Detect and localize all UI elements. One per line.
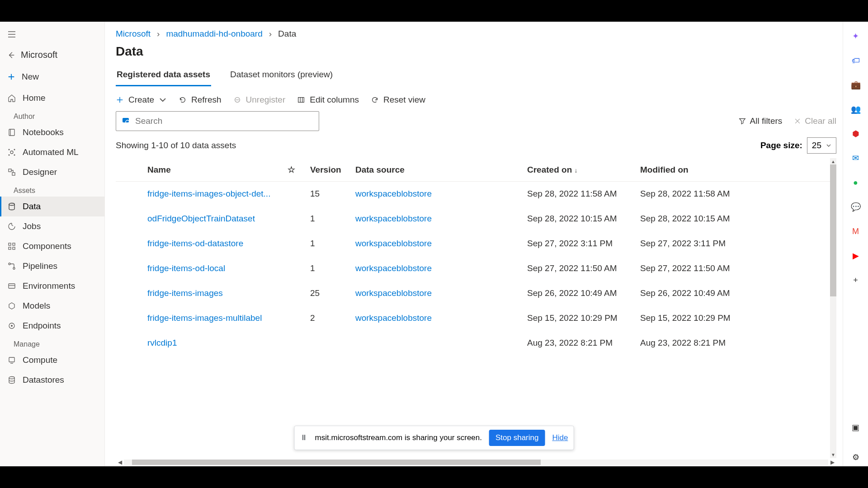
plus-icon (116, 96, 124, 104)
nav-automl[interactable]: Automated ML (0, 142, 104, 162)
datasource-link[interactable]: workspaceblobstore (355, 263, 432, 273)
version-cell (306, 331, 351, 356)
vertical-scrollbar[interactable]: ▲ ▼ (830, 158, 836, 458)
back-nav-button[interactable]: Microsoft (0, 44, 104, 66)
stop-sharing-button[interactable]: Stop sharing (489, 430, 545, 446)
data-icon (7, 202, 16, 211)
breadcrumb-root[interactable]: Microsoft (116, 29, 151, 39)
nav-models[interactable]: Models (0, 296, 104, 316)
horizontal-scroll-thumb[interactable] (132, 460, 541, 465)
nav-data[interactable]: Data (0, 197, 104, 216)
nav-pipelines[interactable]: Pipelines (0, 256, 104, 276)
table-row[interactable]: fridge-items-od-local 1 workspaceblobsto… (116, 256, 836, 281)
svg-point-14 (13, 267, 15, 269)
nav-datastores[interactable]: Datastores (0, 370, 104, 390)
nav-components[interactable]: Components (0, 236, 104, 256)
back-label: Microsoft (21, 50, 57, 60)
col-favorite[interactable]: ☆ (283, 158, 306, 182)
scroll-up-icon[interactable]: ▲ (831, 159, 835, 164)
nav-notebooks[interactable]: Notebooks (0, 122, 104, 142)
youtube-icon[interactable]: ▶ (850, 250, 861, 261)
outlook-icon[interactable]: ✉ (850, 153, 861, 164)
reset-view-button[interactable]: Reset view (371, 95, 425, 105)
sort-down-icon: ↓ (575, 166, 578, 174)
create-button[interactable]: Create (116, 95, 167, 105)
created-cell: Sep 27, 2022 11:50 AM (523, 256, 636, 281)
asset-name-link[interactable]: fridge-items-od-datastore (147, 239, 243, 248)
datasource-link[interactable]: workspaceblobstore (355, 214, 432, 223)
asset-name-link[interactable]: rvlcdip1 (147, 338, 177, 347)
table-row[interactable]: fridge-items-images-multilabel 2 workspa… (116, 306, 836, 331)
nav-compute[interactable]: Compute (0, 350, 104, 370)
section-manage-label: Manage (0, 336, 104, 350)
nav-environments[interactable]: Environments (0, 276, 104, 296)
table-row[interactable]: rvlcdip1 Aug 23, 2022 8:21 PM Aug 23, 20… (116, 331, 836, 356)
asset-name-link[interactable]: fridge-items-od-local (147, 263, 225, 273)
col-created[interactable]: Created on ↓ (523, 158, 636, 182)
col-name[interactable]: Name (143, 158, 283, 182)
add-icon[interactable]: + (850, 275, 861, 286)
search-box[interactable] (116, 111, 319, 131)
endpoints-icon (7, 321, 16, 330)
nav-jobs[interactable]: Jobs (0, 216, 104, 236)
horizontal-scrollbar[interactable]: ◀ ▶ (116, 458, 836, 466)
unregister-button: Unregister (233, 95, 286, 105)
search-input[interactable] (135, 116, 313, 126)
hide-share-bar-button[interactable]: Hide (552, 433, 568, 442)
panel-icon[interactable]: ▣ (850, 422, 861, 433)
col-version[interactable]: Version (306, 158, 351, 182)
modified-cell: Sep 15, 2022 10:29 PM (636, 306, 836, 331)
hamburger-menu-button[interactable] (0, 26, 104, 44)
scroll-left-icon[interactable]: ◀ (116, 459, 124, 465)
office-icon[interactable]: ⬢ (850, 128, 861, 139)
page-size-select[interactable]: 25 (807, 137, 836, 154)
tab-monitors[interactable]: Dataset monitors (preview) (229, 66, 334, 86)
asset-name-link[interactable]: fridge-items-images (147, 288, 223, 298)
svg-rect-6 (9, 169, 11, 172)
table-row[interactable]: odFridgeObjectTrainDataset 1 workspacebl… (116, 206, 836, 231)
breadcrumb-current: Data (278, 29, 296, 39)
breadcrumb-workspace[interactable]: madhumaddi-hd-onboard (166, 29, 262, 39)
asset-name-link[interactable]: odFridgeObjectTrainDataset (147, 214, 255, 223)
table-row[interactable]: fridge-items-images-object-det... 15 wor… (116, 182, 836, 206)
spotify-icon[interactable]: ● (850, 177, 861, 188)
table-row[interactable]: fridge-items-od-datastore 1 workspaceblo… (116, 231, 836, 256)
asset-name-link[interactable]: fridge-items-images-object-det... (147, 189, 270, 198)
modified-cell: Sep 28, 2022 11:58 AM (636, 182, 836, 206)
modified-cell: Sep 27, 2022 11:50 AM (636, 256, 836, 281)
col-datasource[interactable]: Data source (351, 158, 523, 182)
new-button[interactable]: New (0, 66, 104, 88)
col-modified[interactable]: Modified on (636, 158, 836, 182)
asset-name-link[interactable]: fridge-items-images-multilabel (147, 313, 262, 323)
svg-rect-10 (13, 243, 15, 245)
refresh-button[interactable]: Refresh (179, 95, 222, 105)
svg-point-16 (11, 325, 13, 327)
svg-rect-7 (12, 173, 15, 175)
models-icon (7, 301, 16, 310)
nav-designer[interactable]: Designer (0, 162, 104, 182)
datasource-link[interactable]: workspaceblobstore (355, 189, 432, 198)
modified-cell: Sep 26, 2022 10:49 AM (636, 281, 836, 306)
gmail-icon[interactable]: M (850, 226, 861, 237)
datasource-link[interactable]: workspaceblobstore (355, 239, 432, 248)
messenger-icon[interactable]: 💬 (850, 202, 861, 212)
nav-endpoints[interactable]: Endpoints (0, 316, 104, 336)
table-row[interactable]: fridge-items-images 25 workspaceblobstor… (116, 281, 836, 306)
page-size-label: Page size: (760, 141, 802, 150)
tag-icon[interactable]: 🏷 (850, 55, 861, 66)
datasource-link[interactable]: workspaceblobstore (355, 313, 432, 323)
datasource-link[interactable]: workspaceblobstore (355, 288, 432, 298)
settings-icon[interactable]: ⚙ (850, 452, 861, 463)
all-filters-button[interactable]: All filters (738, 116, 783, 126)
svg-point-1 (10, 151, 13, 154)
scroll-down-icon[interactable]: ▼ (831, 452, 835, 457)
copilot-icon[interactable]: ✦ (850, 31, 861, 42)
scroll-right-icon[interactable]: ▶ (828, 459, 836, 465)
edit-columns-button[interactable]: Edit columns (297, 95, 359, 105)
nav-home[interactable]: Home (0, 88, 104, 108)
vertical-scroll-thumb[interactable] (830, 164, 836, 296)
people-icon[interactable]: 👥 (850, 104, 861, 115)
section-author-label: Author (0, 108, 104, 122)
briefcase-icon[interactable]: 💼 (850, 80, 861, 90)
tab-registered[interactable]: Registered data assets (116, 66, 211, 86)
